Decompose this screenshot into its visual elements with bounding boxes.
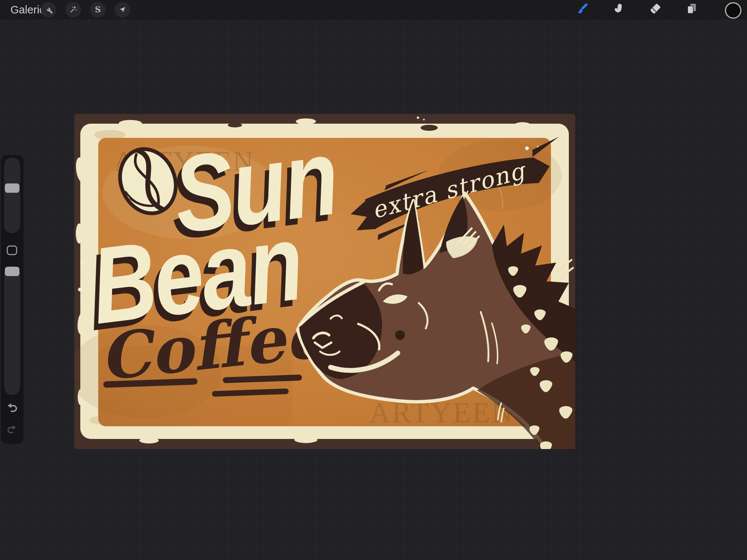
poster-illustration: ARTYEEN ARTYEEN Sun Sun Bean Bean extra …: [74, 114, 575, 449]
layers-icon: [685, 2, 699, 18]
color-swatch-button[interactable]: [725, 2, 741, 19]
move-arrow-icon: [118, 5, 127, 14]
adjustments-button[interactable]: [65, 2, 81, 18]
top-toolbar: Galerie S: [0, 0, 747, 19]
brush-opacity-handle[interactable]: [5, 267, 19, 276]
actions-button[interactable]: [41, 2, 56, 18]
paint-tool-button[interactable]: [574, 1, 590, 18]
smudge-finger-icon: [611, 2, 626, 18]
modify-button[interactable]: [7, 245, 17, 255]
undo-button[interactable]: [4, 400, 19, 415]
brush-size-slider[interactable]: [4, 158, 20, 233]
magic-wand-icon: [69, 5, 78, 14]
eraser-icon: [648, 2, 662, 18]
layers-button[interactable]: [684, 1, 700, 18]
wrench-icon: [44, 5, 53, 14]
s-curve-icon: S: [93, 5, 102, 14]
brush-opacity-slider[interactable]: [4, 266, 20, 395]
transform-button[interactable]: [115, 2, 130, 18]
redo-button[interactable]: [4, 422, 19, 437]
eraser-tool-button[interactable]: [647, 1, 663, 18]
brush-icon: [574, 1, 589, 18]
brush-size-handle[interactable]: [5, 183, 19, 193]
selection-button[interactable]: S: [90, 2, 106, 18]
undo-icon: [6, 401, 18, 415]
procreate-window: { "top_bar": { "gallery_label": "Galerie…: [0, 0, 747, 560]
canvas-artwork[interactable]: ARTYEEN ARTYEEN Sun Sun Bean Bean extra …: [74, 114, 575, 449]
brush-sidebar: [1, 155, 24, 444]
svg-text:S: S: [95, 5, 101, 14]
gallery-button[interactable]: Galerie: [10, 0, 46, 19]
redo-icon: [6, 424, 18, 436]
smudge-tool-button[interactable]: [610, 1, 627, 18]
hyena-cheek-spot: [395, 330, 405, 340]
